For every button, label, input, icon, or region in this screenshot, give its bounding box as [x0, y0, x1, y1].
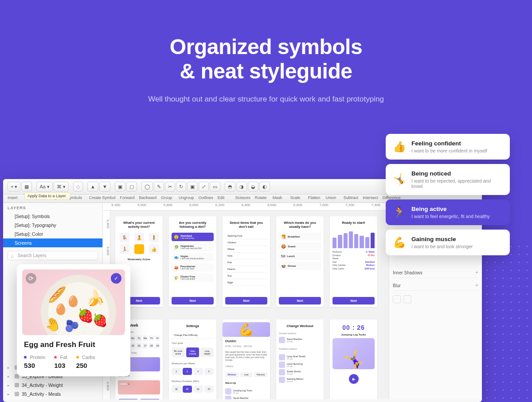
text-styles-button[interactable]: Aa ▾ [36, 182, 53, 191]
search-layers-input[interactable]: Search Layers [8, 251, 98, 260]
goal-item[interactable]: 👍 Feeling confident I want to be more co… [386, 134, 510, 160]
cal-num[interactable]: 25 [130, 343, 135, 348]
cal-num[interactable]: 26 [137, 343, 141, 348]
artboard[interactable]: 21_Start Lesson 00 : 26 Jumping Leg Tuck… [330, 320, 377, 399]
check-item[interactable]: Fish [225, 259, 267, 266]
data-button[interactable]: ▦ [21, 182, 32, 191]
goal-chip[interactable]: Lose weight [200, 347, 214, 357]
next-button[interactable]: Next [225, 297, 267, 304]
mask-button[interactable]: ▣ [187, 182, 198, 191]
exercise-item[interactable]: Snake Stretch20 reps [279, 369, 321, 375]
artboard[interactable]: 11_Onboarding 10 Select items that you d… [223, 216, 270, 307]
refresh-icon[interactable]: ⟳ [26, 273, 36, 284]
scissors-button[interactable]: ✂ [165, 182, 175, 191]
symbols-button[interactable]: ⌘ ▾ [54, 182, 69, 191]
ungroup-button[interactable]: ▢ [126, 182, 137, 191]
cal-day[interactable]: We [143, 336, 148, 341]
outlines-button[interactable]: ◯ [141, 182, 153, 191]
workout-card[interactable]: Cadiz🤸‍♀️ [118, 380, 160, 394]
check-item[interactable]: Chicken [225, 239, 267, 246]
cal-num[interactable]: 29 [155, 343, 160, 348]
goal-item[interactable]: 🏃 Being active I want to feel energetic,… [386, 199, 510, 225]
exercise-item[interactable]: Jumping Leg Tucks20 reps [225, 388, 267, 394]
layer-item[interactable]: 35_Activity - Meals [3, 390, 102, 398]
activity-cell[interactable]: 👍 [149, 244, 159, 254]
exercise-item[interactable]: Squat Reaches20 reps [279, 337, 321, 343]
goal-chip[interactable]: 60 [193, 386, 203, 393]
artboard[interactable]: 12_Onboarding 11 Which meals do you usua… [276, 216, 324, 307]
activity-cell[interactable]: 🏃 [120, 244, 129, 254]
row-item[interactable]: Change Plan Difficulty [172, 332, 214, 339]
create-symbol-button[interactable]: ◇ [73, 182, 83, 191]
layer-item[interactable]: [Setup]: Symbols [3, 212, 102, 221]
goal-chip[interactable]: Be more active [172, 347, 185, 357]
goal-chip[interactable]: 3 [183, 368, 192, 375]
union-button[interactable]: ◓ [225, 182, 235, 191]
backward-button[interactable]: ▼ [99, 182, 110, 191]
cal-day[interactable]: Fr [155, 336, 160, 341]
layer-item[interactable]: 34_Activity - Weight [3, 381, 102, 390]
next-button[interactable]: Next [279, 297, 321, 304]
diet-item[interactable]: 🥬VegetarianI don't eat meat and fish [172, 243, 214, 251]
check-item[interactable]: Peanut [225, 266, 267, 273]
artboard[interactable]: 18_Workout – Settings Settings Change Pl… [169, 320, 216, 399]
cal-day[interactable]: Th [149, 336, 154, 341]
cal-day[interactable]: Mo [130, 336, 135, 341]
add-button[interactable]: + ▾ [8, 182, 20, 191]
rotate-button[interactable]: ↻ [176, 182, 186, 191]
artboard[interactable]: 20_Change Workout Change Workout Current… [276, 320, 324, 399]
meal-item[interactable]: 🍪Snack [279, 242, 321, 250]
banner-pill[interactable]: Warm up and do a PR's day [140, 399, 160, 399]
activity-cell[interactable]: 🪑 [120, 233, 129, 242]
seg-chip[interactable]: Harmony [254, 372, 267, 377]
seg-chip[interactable]: Lose [240, 372, 253, 377]
check-icon[interactable]: ✓ [111, 273, 121, 284]
check-item[interactable]: Eggs [225, 279, 267, 286]
meal-item[interactable]: 🍽Lunch [279, 252, 321, 260]
next-button[interactable]: Next [172, 297, 214, 304]
inspector-blur[interactable]: Blur + [393, 281, 478, 291]
check-item[interactable]: Sparring Foot [225, 233, 267, 239]
goal-chip[interactable]: 5 [204, 368, 214, 375]
plus-icon[interactable]: + [475, 282, 478, 289]
scale-button[interactable]: ⤢ [199, 182, 209, 191]
layer-item[interactable]: [Setup]: Color [3, 230, 102, 238]
goal-chip[interactable]: 4 [193, 368, 203, 375]
flatten-button[interactable]: ▭ [210, 182, 220, 191]
artboard[interactable]: 13_Onboarding 12 Ready to start! Workout… [330, 216, 377, 307]
activity-cell[interactable]: 🧍 [149, 233, 159, 242]
activity-cell[interactable]: 🧘 [134, 233, 144, 242]
diet-item[interactable]: 🌾Gluten FreeI don't eat gluten [172, 273, 214, 282]
check-item[interactable]: Soy [225, 273, 267, 279]
layer-item[interactable]: [Setup]: Typography [3, 221, 102, 230]
forward-button[interactable]: ▲ [87, 182, 98, 191]
inspector-export-icons[interactable] [393, 295, 478, 303]
goal-chip[interactable]: 45 [183, 386, 192, 393]
check-item[interactable]: Nuts [225, 253, 267, 259]
group-button[interactable]: ▣ [115, 182, 125, 191]
layer-item[interactable]: Screens [3, 238, 102, 247]
diet-item[interactable]: 🐟VeganI don't eat animal products [172, 253, 214, 261]
play-button[interactable] [349, 374, 359, 384]
plus-icon[interactable]: + [475, 269, 478, 276]
meal-item[interactable]: 🍲Dinner [279, 262, 321, 270]
goal-item[interactable]: 💪 Gaining muscle I want to be and look s… [386, 230, 510, 255]
goal-chip[interactable]: Gain muscle [186, 347, 200, 357]
seg-chip[interactable]: Workout [225, 372, 239, 377]
check-item[interactable]: Wheat [225, 246, 267, 253]
goal-item[interactable]: 🤸 Being noticed I want to be repected, a… [386, 164, 510, 195]
diet-item[interactable]: 😴StandardI eat everything [172, 233, 214, 241]
exercise-item[interactable]: Standing Behind20 reps [279, 377, 321, 383]
diet-item[interactable]: 🦀PescatarianI don't eat meat [172, 263, 214, 272]
artboard[interactable]: 10_Onboarding 9 Are you currently follow… [169, 216, 216, 307]
cal-day[interactable]: Tu [137, 336, 141, 341]
exercise-item[interactable]: Lying Glute Stretch20 reps [279, 354, 321, 360]
goal-chip[interactable]: 30 [172, 386, 181, 393]
goal-chip[interactable]: 75 [204, 386, 214, 393]
meal-item[interactable]: 🥞Breakfast [279, 233, 321, 241]
intersect-button[interactable]: ◒ [248, 182, 258, 191]
difference-button[interactable]: ◐ [259, 182, 270, 191]
edit-button[interactable]: ✎ [154, 182, 164, 191]
goal-chip[interactable]: 2 [172, 368, 181, 375]
inspector-inner-shadows[interactable]: Inner Shadows + [393, 268, 478, 278]
